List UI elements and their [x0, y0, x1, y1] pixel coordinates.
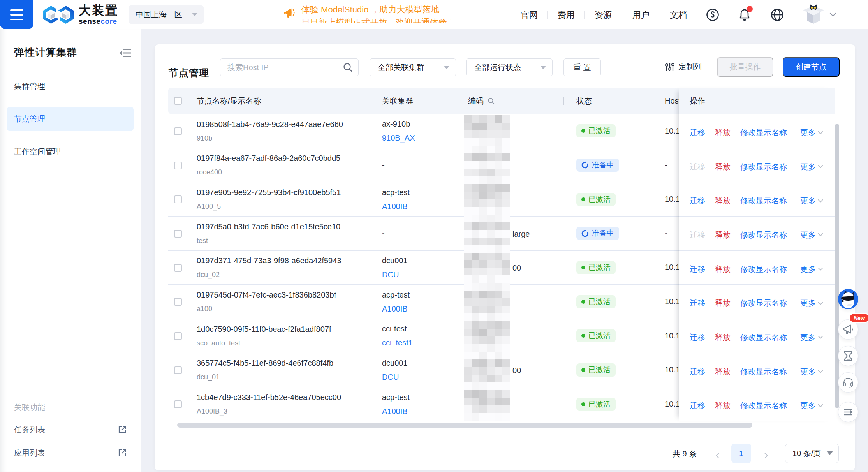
announcement-banner[interactable]: 体验 ModelStudio ，助力大模型落地 日日新上模型正式开放，欢迎开通体… [283, 3, 451, 23]
rename-link[interactable]: 修改显示名称 [740, 298, 787, 308]
migrate-link[interactable]: 迁移 [690, 298, 705, 308]
release-link[interactable]: 释放 [715, 366, 731, 377]
support-float-button[interactable] [838, 372, 858, 393]
sidebar-item-node-management[interactable]: 节点管理 [7, 107, 134, 131]
release-link[interactable]: 释放 [715, 195, 731, 206]
row-checkbox[interactable] [174, 366, 182, 374]
cluster-link[interactable]: cci_test1 [382, 339, 413, 347]
nav-item-users[interactable]: 用户 [632, 9, 650, 21]
cluster-link[interactable]: 910B_AX [382, 134, 415, 142]
release-link[interactable]: 释放 [715, 298, 731, 308]
row-checkbox[interactable] [174, 264, 182, 272]
more-link[interactable]: 更多 [800, 264, 824, 275]
bulk-actions-button[interactable]: 批量操作 [717, 57, 773, 77]
row-checkbox[interactable] [174, 298, 182, 306]
create-node-button[interactable]: 创建节点 [783, 57, 840, 77]
cluster-filter-select[interactable]: 全部关联集群 [370, 58, 456, 76]
more-link[interactable]: 更多 [800, 366, 824, 377]
row-checkbox[interactable] [174, 332, 182, 340]
region-selector[interactable]: 中国上海一区 [129, 5, 204, 24]
rename-link[interactable]: 修改显示名称 [740, 366, 787, 377]
more-link[interactable]: 更多 [800, 230, 824, 240]
assistant-mascot-button[interactable] [838, 289, 858, 309]
node-table: 节点名称/显示名称 关联集群 编码 状态 Host IP 0198508f-1a… [168, 88, 840, 421]
migrate-link[interactable]: 迁移 [690, 230, 705, 240]
pagination-page-1[interactable]: 1 [731, 444, 751, 463]
chevron-down-icon [817, 163, 824, 171]
cluster-link[interactable]: DCU [382, 373, 408, 381]
cluster-link[interactable]: DCU [382, 271, 408, 278]
node-id: 1cb4e7d9-c333-11ef-b52e-46ea705ecc00 [197, 393, 341, 401]
cluster-link[interactable]: A100IB [382, 407, 410, 415]
history-float-button[interactable] [838, 346, 858, 366]
release-link[interactable]: 释放 [715, 332, 731, 343]
migrate-link[interactable]: 迁移 [690, 264, 705, 275]
main-menu-button[interactable] [0, 0, 33, 29]
migrate-link[interactable]: 迁移 [690, 162, 705, 172]
rename-link[interactable]: 修改显示名称 [740, 332, 787, 343]
page-size-select[interactable]: 10 条/页 [785, 444, 839, 463]
cluster-link[interactable]: A100IB [382, 305, 410, 313]
sidebar-item-cluster-management[interactable]: 集群管理 [7, 74, 134, 99]
code-suffix: 00 [512, 264, 521, 273]
nav-item-billing[interactable]: 费用 [558, 9, 575, 21]
row-checkbox[interactable] [174, 162, 182, 169]
status-filter-select[interactable]: 全部运行状态 [466, 58, 553, 76]
release-link[interactable]: 释放 [715, 162, 731, 172]
rename-link[interactable]: 修改显示名称 [740, 195, 787, 206]
user-avatar[interactable] [802, 4, 825, 26]
migrate-link[interactable]: 迁移 [690, 332, 705, 343]
column-header-code: 编码 [468, 88, 495, 114]
rename-link[interactable]: 修改显示名称 [740, 400, 787, 411]
more-link[interactable]: 更多 [800, 332, 824, 343]
rename-link[interactable]: 修改显示名称 [740, 127, 787, 138]
migrate-link[interactable]: 迁移 [690, 366, 705, 377]
horizontal-scrollbar[interactable] [177, 423, 752, 428]
release-link[interactable]: 释放 [715, 230, 731, 240]
customize-columns-button[interactable]: 定制列 [665, 62, 702, 72]
sidebar-link-app-list[interactable]: 应用列表 [14, 447, 127, 459]
collapse-float-button[interactable] [838, 402, 858, 422]
nav-item-resources[interactable]: 资源 [595, 9, 612, 21]
column-header-status: 状态 [576, 88, 592, 114]
pagination-next-icon[interactable] [762, 452, 769, 459]
row-checkbox[interactable] [174, 400, 182, 408]
openapi-icon[interactable] [706, 8, 719, 21]
nav-item-official-site[interactable]: 官网 [521, 9, 538, 21]
release-link[interactable]: 释放 [715, 264, 731, 275]
chevron-down-icon [541, 66, 546, 69]
nav-item-docs[interactable]: 文档 [670, 9, 687, 21]
sidebar-item-workspace-management[interactable]: 工作空间管理 [7, 139, 134, 164]
rename-link[interactable]: 修改显示名称 [740, 230, 787, 240]
sidebar-link-task-list[interactable]: 任务列表 [14, 424, 127, 435]
migrate-link[interactable]: 迁移 [690, 195, 705, 206]
migrate-link[interactable]: 迁移 [690, 127, 705, 138]
row-checkbox[interactable] [174, 127, 182, 135]
rename-link[interactable]: 修改显示名称 [740, 264, 787, 275]
reset-button[interactable]: 重 置 [563, 58, 601, 76]
search-input[interactable] [227, 63, 343, 72]
release-link[interactable]: 释放 [715, 400, 731, 411]
migrate-link[interactable]: 迁移 [690, 400, 705, 411]
row-checkbox[interactable] [174, 195, 182, 203]
search-icon[interactable] [343, 62, 353, 72]
rename-link[interactable]: 修改显示名称 [740, 162, 787, 172]
more-link[interactable]: 更多 [800, 400, 824, 411]
hamburger-icon [10, 9, 23, 11]
language-globe-icon[interactable] [771, 8, 784, 21]
more-link[interactable]: 更多 [800, 127, 824, 138]
status-badge: 已激活 [576, 363, 616, 377]
row-checkbox[interactable] [174, 230, 182, 238]
pagination-prev-icon[interactable] [714, 452, 721, 459]
more-link[interactable]: 更多 [800, 162, 824, 172]
more-link[interactable]: 更多 [800, 298, 824, 308]
avatar-chevron-down-icon[interactable] [829, 11, 837, 18]
vertical-scrollbar[interactable] [835, 124, 839, 408]
more-link[interactable]: 更多 [800, 195, 824, 206]
top-bar: 大装置 sensecore 中国上海一区 体验 ModelStudio ，助力大… [0, 0, 868, 29]
cluster-link[interactable]: A100IB [382, 203, 410, 210]
sidebar-collapse-icon[interactable] [119, 47, 132, 59]
select-all-checkbox[interactable] [174, 97, 182, 105]
release-link[interactable]: 释放 [715, 127, 731, 138]
column-search-icon[interactable] [488, 97, 495, 105]
